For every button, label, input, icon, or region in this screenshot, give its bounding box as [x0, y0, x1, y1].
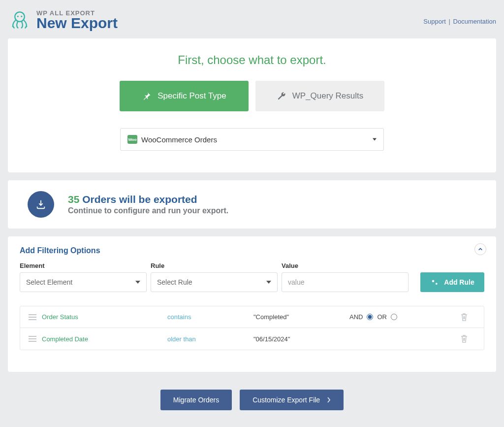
- octopus-logo-icon: [8, 8, 32, 32]
- svg-point-2: [21, 16, 22, 17]
- trash-icon: [460, 313, 468, 322]
- svg-point-1: [17, 16, 19, 17]
- woo-badge-icon: Woo: [127, 135, 137, 144]
- trash-icon: [460, 334, 468, 343]
- top-links: Support | Documentation: [423, 8, 496, 25]
- support-link[interactable]: Support: [423, 18, 446, 25]
- post-type-select[interactable]: Woo WooCommerce Orders: [120, 128, 384, 151]
- drag-handle-icon[interactable]: [23, 314, 42, 321]
- rule-element: Completed Date: [42, 335, 167, 343]
- rule-row: Completed Date older than "06/15/2024": [20, 328, 484, 350]
- page-title: New Export: [36, 16, 118, 31]
- rule-value: "06/15/2024": [253, 335, 349, 343]
- element-select[interactable]: Select Element: [20, 272, 147, 292]
- value-input[interactable]: value: [282, 272, 409, 292]
- value-label: Value: [282, 262, 409, 269]
- download-circle-icon: [28, 191, 54, 218]
- element-label: Element: [20, 262, 147, 269]
- brand: WP ALL EXPORT New Export: [8, 8, 118, 32]
- pin-icon: [142, 91, 152, 101]
- collapse-button[interactable]: [474, 243, 486, 255]
- rules-list: Order Status contains "Completed" AND OR…: [20, 306, 484, 350]
- svg-point-4: [436, 283, 438, 285]
- gears-icon: [430, 278, 439, 287]
- svg-point-0: [15, 12, 25, 22]
- documentation-link[interactable]: Documentation: [453, 18, 496, 25]
- delete-rule-button[interactable]: [449, 313, 479, 322]
- bottom-actions: Migrate Orders Customize Export File: [0, 380, 504, 415]
- rule-label: Rule: [151, 262, 278, 269]
- wrench-icon: [277, 91, 286, 101]
- add-rule-button[interactable]: Add Rule: [420, 272, 484, 292]
- post-type-value: WooCommerce Orders: [141, 135, 217, 144]
- svg-point-3: [432, 280, 435, 283]
- export-status-panel: 35 Orders will be exported Continue to c…: [8, 180, 496, 229]
- caret-down-icon: [373, 138, 377, 141]
- tab-wpquery-results[interactable]: WP_Query Results: [255, 81, 384, 111]
- choose-heading: First, choose what to export.: [20, 53, 484, 67]
- migrate-orders-button[interactable]: Migrate Orders: [160, 390, 232, 410]
- rule-operator: contains: [167, 313, 253, 321]
- customize-export-button[interactable]: Customize Export File: [240, 390, 344, 410]
- delete-rule-button[interactable]: [449, 334, 479, 343]
- logic-or-radio[interactable]: [391, 314, 397, 320]
- tab-specific-post-type[interactable]: Specific Post Type: [120, 81, 249, 111]
- rule-operator: older than: [167, 335, 253, 343]
- rule-element: Order Status: [42, 313, 167, 321]
- drag-handle-icon[interactable]: [23, 335, 42, 342]
- logic-and-radio[interactable]: [367, 314, 373, 320]
- filter-panel: Add Filtering Options Element Select Ele…: [8, 236, 496, 372]
- choose-export-panel: First, choose what to export. Specific P…: [8, 38, 496, 172]
- rule-value: "Completed": [253, 313, 349, 321]
- status-count: 35: [68, 194, 79, 205]
- status-title: 35 Orders will be exported: [68, 194, 228, 205]
- rule-row: Order Status contains "Completed" AND OR: [20, 306, 484, 328]
- status-subtitle: Continue to configure and run your expor…: [68, 206, 228, 215]
- rule-logic: AND OR: [349, 313, 449, 321]
- chevron-up-icon: [478, 247, 483, 252]
- chevron-right-icon: [327, 397, 331, 403]
- filter-heading: Add Filtering Options: [20, 246, 484, 255]
- rule-select[interactable]: Select Rule: [151, 272, 278, 292]
